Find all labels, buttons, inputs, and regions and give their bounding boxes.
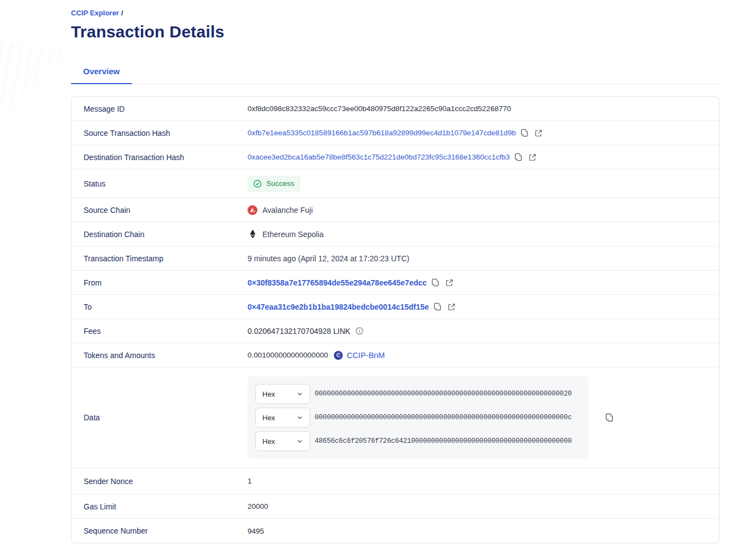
ccip-bnm-token-link[interactable]: CCIP-BnM [347, 351, 385, 360]
hex-format-value: Hex [262, 414, 275, 422]
dest-chain-value: Ethereum Sepolia [248, 229, 323, 239]
data-label: Data [72, 413, 248, 422]
external-link-icon[interactable] [444, 278, 454, 288]
page-title: Transaction Details [71, 23, 719, 41]
sender-nonce-label: Sender Nonce [72, 477, 248, 486]
check-circle-icon [252, 179, 262, 189]
source-chain-value: Avalanche Fuji [248, 205, 313, 215]
background-decoration [0, 44, 72, 138]
dest-tx-hash-label: Destination Transaction Hash [72, 153, 248, 162]
info-icon[interactable] [355, 327, 364, 335]
row-sender-nonce: Sender Nonce 1 [72, 468, 719, 495]
transaction-details-card: Message ID 0xf8dc098c832332ac59ccc73ee00… [71, 96, 719, 543]
chevron-down-icon [296, 438, 303, 444]
row-sequence-number: Sequence Number 9495 [72, 519, 719, 543]
hex-format-value: Hex [262, 390, 275, 398]
hex-format-value: Hex [262, 437, 275, 446]
dest-chain-name: Ethereum Sepolia [262, 230, 323, 239]
hex-format-select[interactable]: Hex [255, 384, 310, 404]
row-fees: Fees 0.020647132170704928 LINK [72, 319, 719, 343]
sender-nonce-value: 1 [248, 477, 252, 485]
row-message-id: Message ID 0xf8dc098c832332ac59ccc73ee00… [72, 97, 719, 121]
tab-bar: Overview [71, 61, 719, 84]
row-tokens: Tokens and Amounts 0.001000000000000000 … [72, 343, 719, 367]
hex-format-select[interactable]: Hex [255, 408, 310, 427]
breadcrumb-separator: / [121, 9, 123, 17]
sequence-number-label: Sequence Number [72, 526, 248, 535]
ccip-bnm-token-icon [334, 351, 343, 360]
copy-icon[interactable] [431, 278, 441, 288]
row-dest-chain: Destination Chain Ethereum Sepolia [72, 222, 719, 246]
tokens-label: Tokens and Amounts [72, 351, 248, 360]
message-id-label: Message ID [72, 105, 248, 113]
external-link-icon[interactable] [534, 128, 543, 138]
status-label: Status [72, 179, 248, 188]
gas-limit-value: 20000 [248, 502, 268, 510]
copy-icon[interactable] [520, 128, 530, 138]
row-dest-tx-hash: Destination Transaction Hash 0xacee3ed2b… [72, 145, 719, 169]
row-source-chain: Source Chain Avalanche Fuji [72, 198, 719, 222]
data-hex-value: 0000000000000000000000000000000000000000… [315, 414, 572, 421]
chevron-down-icon [296, 414, 303, 421]
ethereum-icon [248, 229, 257, 239]
breadcrumb-ccip-explorer-link[interactable]: CCIP Explorer [71, 9, 119, 17]
from-label: From [72, 278, 248, 287]
data-hex-value: 48656c6c6f20576f726c64210000000000000000… [315, 437, 572, 445]
dest-chain-label: Destination Chain [72, 230, 248, 239]
hex-format-select[interactable]: Hex [255, 431, 310, 451]
message-id-value: 0xf8dc098c832332ac59ccc73ee00b480975d8f1… [248, 105, 511, 113]
timestamp-value: 9 minutes ago (April 12, 2024 at 17:20:2… [248, 254, 409, 263]
to-label: To [72, 303, 248, 311]
source-chain-name: Avalanche Fuji [262, 206, 313, 215]
dest-tx-hash-link[interactable]: 0xacee3ed2bca16ab5e78be8f563c1c75d221de0… [248, 153, 510, 161]
data-hex-line: Hex 48656c6c6f20576f726c6421000000000000… [255, 431, 581, 451]
external-link-icon[interactable] [447, 302, 457, 312]
row-data: Data Hex 0000000000000000000000000000000… [72, 367, 719, 468]
row-to: To 0×47eaa31c9e2b1b1ba19824bedcbe0014c15… [72, 295, 719, 319]
from-address-link[interactable]: 0×30f8358a7e17765894de55e294a78ee645e7ed… [248, 278, 427, 287]
token-amount: 0.001000000000000000 [248, 351, 328, 359]
data-hex-line: Hex 000000000000000000000000000000000000… [255, 408, 581, 427]
fees-value: 0.020647132170704928 LINK [248, 327, 350, 336]
data-hex-panel: Hex 000000000000000000000000000000000000… [248, 376, 589, 459]
breadcrumb: CCIP Explorer/ [71, 8, 719, 18]
data-hex-line: Hex 000000000000000000000000000000000000… [255, 384, 581, 404]
to-address-link[interactable]: 0×47eaa31c9e2b1b1ba19824bedcbe0014c15df1… [248, 303, 429, 311]
data-hex-value: 0000000000000000000000000000000000000000… [315, 390, 572, 398]
row-gas-limit: Gas Limit 20000 [72, 495, 719, 519]
copy-icon[interactable] [605, 413, 614, 422]
row-source-tx-hash: Source Transaction Hash 0xfb7e1eea5335c0… [72, 121, 719, 145]
gas-limit-label: Gas Limit [72, 502, 248, 511]
copy-icon[interactable] [514, 152, 524, 162]
source-chain-label: Source Chain [72, 206, 248, 215]
source-tx-hash-label: Source Transaction Hash [72, 129, 248, 138]
tab-overview[interactable]: Overview [71, 61, 132, 84]
row-from: From 0×30f8358a7e17765894de55e294a78ee64… [72, 271, 719, 295]
chevron-down-icon [296, 391, 303, 397]
fees-label: Fees [72, 327, 248, 336]
row-status: Status Success [72, 169, 719, 198]
copy-icon[interactable] [433, 302, 443, 312]
sequence-number-value: 9495 [248, 527, 264, 535]
transaction-details-page: CCIP Explorer/ Transaction Details Overv… [71, 0, 719, 543]
timestamp-label: Transaction Timestamp [72, 254, 248, 263]
status-badge: Success [248, 175, 300, 192]
source-tx-hash-link[interactable]: 0xfb7e1eea5335c018589166b1ac597b618a9289… [248, 129, 516, 137]
external-link-icon[interactable] [528, 152, 537, 162]
status-badge-text: Success [266, 179, 294, 188]
avalanche-icon [248, 205, 257, 215]
row-timestamp: Transaction Timestamp 9 minutes ago (Apr… [72, 246, 719, 271]
